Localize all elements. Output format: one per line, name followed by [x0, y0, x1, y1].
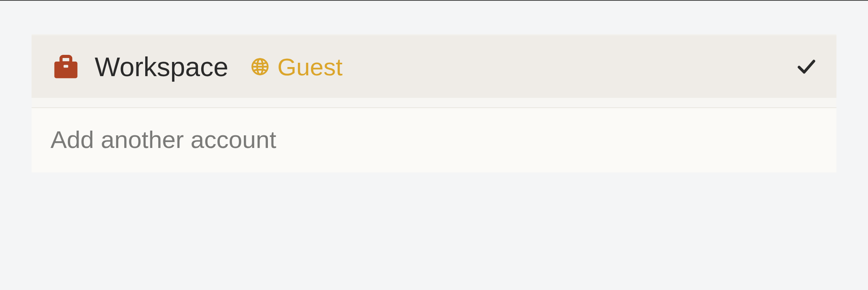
guest-label: Guest	[277, 53, 342, 81]
divider	[32, 98, 836, 108]
svg-rect-2	[64, 65, 68, 67]
svg-rect-1	[61, 56, 71, 63]
globe-icon	[250, 56, 270, 77]
account-switcher-panel: Workspace Guest Add another account	[0, 1, 868, 172]
briefcase-icon	[51, 51, 81, 82]
workspace-name: Workspace	[95, 51, 228, 82]
guest-badge: Guest	[250, 53, 342, 81]
add-account-label: Add another account	[51, 126, 276, 153]
add-another-account-button[interactable]: Add another account	[32, 108, 836, 172]
workspace-item[interactable]: Workspace Guest	[32, 34, 836, 98]
check-icon	[795, 56, 817, 78]
